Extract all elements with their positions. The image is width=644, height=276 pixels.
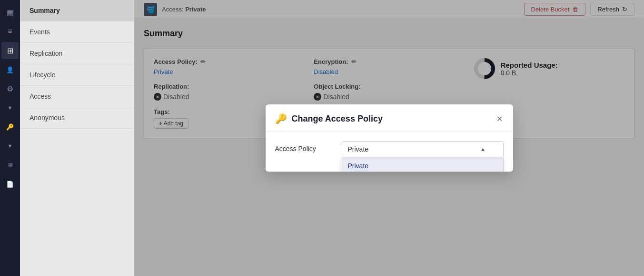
modal-body: Access Policy Private ▲ Private [266, 132, 513, 172]
dropdown-selected-value: Private [348, 145, 369, 153]
modal-close-button[interactable]: × [496, 113, 504, 124]
sidebar-item-replication[interactable]: Replication [20, 43, 134, 64]
sidebar-item-lifecycle[interactable]: Lifecycle [20, 64, 134, 86]
sidebar-item-events[interactable]: Events [20, 21, 134, 43]
option-private[interactable]: Private [342, 157, 503, 172]
modal-overlay[interactable]: 🔑 Change Access Policy × Access Policy P… [134, 0, 644, 276]
dropdown-list: Private Public Custom [342, 157, 504, 172]
access-policy-row: Access Policy Private ▲ Private [275, 141, 504, 157]
sidebar-item-summary[interactable]: Summary [20, 0, 134, 21]
access-policy-dropdown[interactable]: Private ▲ [342, 141, 504, 157]
main-content: 🪣 Access: Private Delete Bucket 🗑 Refres… [134, 0, 644, 276]
change-access-policy-modal: 🔑 Change Access Policy × Access Policy P… [266, 104, 513, 172]
dashboard-icon[interactable]: ▦ [1, 4, 19, 21]
sidebar-icons: ▦ ≡ ⊞ 👤 ⚙ ▼ 🔑 ▼ 🖥 📄 [0, 0, 20, 276]
chevron-up-icon: ▲ [480, 146, 486, 153]
settings-icon[interactable]: ⚙ [1, 80, 19, 97]
expand2-icon[interactable]: ▼ [1, 137, 19, 154]
grid-icon[interactable]: ⊞ [1, 42, 19, 59]
expand-icon[interactable]: ▼ [1, 99, 19, 116]
key-modal-icon: 🔑 [275, 113, 287, 124]
user-icon[interactable]: 👤 [1, 61, 19, 78]
modal-header: 🔑 Change Access Policy × [266, 104, 513, 132]
dropdown-wrapper: Private ▲ Private Public [342, 141, 504, 157]
pages-icon[interactable]: 📄 [1, 175, 19, 193]
modal-title: 🔑 Change Access Policy [275, 113, 383, 124]
app-container: ▦ ≡ ⊞ 👤 ⚙ ▼ 🔑 ▼ 🖥 📄 Summary Events Repli… [0, 0, 644, 276]
monitor-icon[interactable]: 🖥 [1, 156, 19, 174]
sidebar-item-anonymous[interactable]: Anonymous [20, 107, 134, 129]
key-sidebar-icon[interactable]: 🔑 [1, 118, 19, 135]
sidebar-item-access[interactable]: Access [20, 86, 134, 107]
form-access-policy-label: Access Policy [275, 141, 332, 153]
secondary-sidebar: Summary Events Replication Lifecycle Acc… [20, 0, 134, 276]
list-icon[interactable]: ≡ [1, 23, 19, 40]
